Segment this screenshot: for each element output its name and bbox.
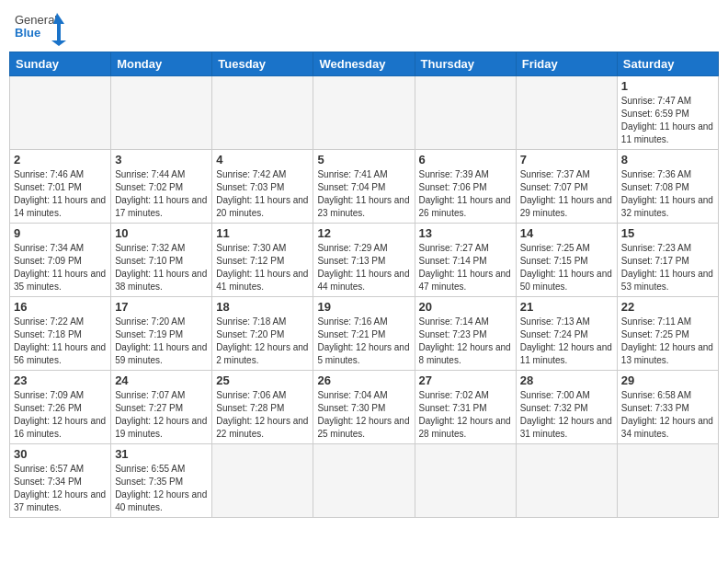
- day-info: Sunrise: 7:42 AM Sunset: 7:03 PM Dayligh…: [216, 168, 309, 220]
- day-number: 1: [621, 79, 714, 93]
- day-info: Sunrise: 7:09 AM Sunset: 7:26 PM Dayligh…: [14, 389, 107, 441]
- day-info: Sunrise: 7:14 AM Sunset: 7:23 PM Dayligh…: [419, 316, 512, 367]
- day-number: 16: [14, 300, 107, 314]
- week-row-1: 2Sunrise: 7:46 AM Sunset: 7:01 PM Daylig…: [10, 150, 719, 224]
- calendar-cell: 16Sunrise: 7:22 AM Sunset: 7:18 PM Dayli…: [10, 297, 111, 371]
- calendar-cell: 27Sunrise: 7:02 AM Sunset: 7:31 PM Dayli…: [415, 371, 516, 444]
- calendar-cell: 7Sunrise: 7:37 AM Sunset: 7:07 PM Daylig…: [516, 150, 617, 224]
- day-info: Sunrise: 7:32 AM Sunset: 7:10 PM Dayligh…: [115, 242, 208, 293]
- calendar-cell: [516, 76, 617, 150]
- weekday-header-saturday: Saturday: [617, 52, 718, 76]
- calendar-cell: 8Sunrise: 7:36 AM Sunset: 7:08 PM Daylig…: [617, 150, 718, 224]
- day-info: Sunrise: 7:04 AM Sunset: 7:30 PM Dayligh…: [317, 389, 410, 441]
- calendar-cell: 6Sunrise: 7:39 AM Sunset: 7:06 PM Daylig…: [415, 150, 516, 224]
- day-number: 29: [621, 373, 714, 387]
- logo: General Blue: [13, 9, 68, 46]
- day-info: Sunrise: 6:57 AM Sunset: 7:34 PM Dayligh…: [14, 463, 107, 514]
- day-number: 13: [419, 226, 512, 240]
- day-info: Sunrise: 7:13 AM Sunset: 7:24 PM Dayligh…: [520, 316, 613, 367]
- day-info: Sunrise: 7:00 AM Sunset: 7:32 PM Dayligh…: [520, 389, 613, 441]
- day-number: 27: [419, 373, 512, 387]
- day-number: 3: [115, 153, 208, 167]
- day-info: Sunrise: 6:58 AM Sunset: 7:33 PM Dayligh…: [621, 389, 714, 441]
- calendar-cell: 14Sunrise: 7:25 AM Sunset: 7:15 PM Dayli…: [516, 224, 617, 297]
- calendar-cell: 24Sunrise: 7:07 AM Sunset: 7:27 PM Dayli…: [111, 371, 212, 444]
- day-info: Sunrise: 7:06 AM Sunset: 7:28 PM Dayligh…: [216, 389, 309, 441]
- week-row-0: 1Sunrise: 7:47 AM Sunset: 6:59 PM Daylig…: [10, 76, 719, 150]
- day-number: 31: [115, 447, 208, 461]
- week-row-3: 16Sunrise: 7:22 AM Sunset: 7:18 PM Dayli…: [10, 297, 719, 371]
- calendar-cell: 4Sunrise: 7:42 AM Sunset: 7:03 PM Daylig…: [212, 150, 313, 224]
- day-info: Sunrise: 7:29 AM Sunset: 7:13 PM Dayligh…: [317, 242, 410, 293]
- day-number: 11: [216, 226, 309, 240]
- day-number: 17: [115, 300, 208, 314]
- day-number: 22: [621, 300, 714, 314]
- weekday-header-monday: Monday: [111, 52, 212, 76]
- day-info: Sunrise: 7:37 AM Sunset: 7:07 PM Dayligh…: [520, 168, 613, 220]
- svg-text:Blue: Blue: [15, 26, 40, 40]
- day-info: Sunrise: 7:16 AM Sunset: 7:21 PM Dayligh…: [317, 316, 410, 367]
- calendar-cell: 31Sunrise: 6:55 AM Sunset: 7:35 PM Dayli…: [111, 444, 212, 518]
- calendar-cell: [10, 76, 111, 150]
- calendar-cell: 29Sunrise: 6:58 AM Sunset: 7:33 PM Dayli…: [617, 371, 718, 444]
- day-number: 4: [216, 153, 309, 167]
- day-info: Sunrise: 7:47 AM Sunset: 6:59 PM Dayligh…: [621, 95, 714, 146]
- calendar-cell: 2Sunrise: 7:46 AM Sunset: 7:01 PM Daylig…: [10, 150, 111, 224]
- day-info: Sunrise: 7:34 AM Sunset: 7:09 PM Dayligh…: [14, 242, 107, 293]
- calendar-cell: [313, 76, 415, 150]
- calendar-cell: 11Sunrise: 7:30 AM Sunset: 7:12 PM Dayli…: [212, 224, 313, 297]
- calendar-cell: [212, 76, 313, 150]
- day-info: Sunrise: 7:11 AM Sunset: 7:25 PM Dayligh…: [621, 316, 714, 367]
- weekday-header-row: SundayMondayTuesdayWednesdayThursdayFrid…: [10, 52, 719, 76]
- calendar-cell: 28Sunrise: 7:00 AM Sunset: 7:32 PM Dayli…: [516, 371, 617, 444]
- day-info: Sunrise: 6:55 AM Sunset: 7:35 PM Dayligh…: [115, 463, 208, 514]
- calendar-cell: 19Sunrise: 7:16 AM Sunset: 7:21 PM Dayli…: [313, 297, 415, 371]
- weekday-header-wednesday: Wednesday: [313, 52, 415, 76]
- calendar-cell: 5Sunrise: 7:41 AM Sunset: 7:04 PM Daylig…: [313, 150, 415, 224]
- day-number: 8: [621, 153, 714, 167]
- day-number: 30: [14, 447, 107, 461]
- calendar-cell: [415, 76, 516, 150]
- calendar-cell: [111, 76, 212, 150]
- calendar-cell: 9Sunrise: 7:34 AM Sunset: 7:09 PM Daylig…: [10, 224, 111, 297]
- calendar-cell: 23Sunrise: 7:09 AM Sunset: 7:26 PM Dayli…: [10, 371, 111, 444]
- day-number: 7: [520, 153, 613, 167]
- day-info: Sunrise: 7:39 AM Sunset: 7:06 PM Dayligh…: [419, 168, 512, 220]
- calendar-cell: [212, 444, 313, 518]
- day-info: Sunrise: 7:41 AM Sunset: 7:04 PM Dayligh…: [317, 168, 410, 220]
- calendar-cell: 25Sunrise: 7:06 AM Sunset: 7:28 PM Dayli…: [212, 371, 313, 444]
- calendar-cell: 22Sunrise: 7:11 AM Sunset: 7:25 PM Dayli…: [617, 297, 718, 371]
- day-info: Sunrise: 7:18 AM Sunset: 7:20 PM Dayligh…: [216, 316, 309, 367]
- day-number: 20: [419, 300, 512, 314]
- day-info: Sunrise: 7:44 AM Sunset: 7:02 PM Dayligh…: [115, 168, 208, 220]
- day-info: Sunrise: 7:07 AM Sunset: 7:27 PM Dayligh…: [115, 389, 208, 441]
- calendar-table: SundayMondayTuesdayWednesdayThursdayFrid…: [9, 52, 719, 518]
- calendar-cell: [617, 444, 718, 518]
- calendar-cell: [313, 444, 415, 518]
- calendar-cell: 21Sunrise: 7:13 AM Sunset: 7:24 PM Dayli…: [516, 297, 617, 371]
- day-number: 24: [115, 373, 208, 387]
- calendar-cell: [516, 444, 617, 518]
- calendar-cell: [415, 444, 516, 518]
- svg-text:General: General: [15, 13, 57, 27]
- calendar-cell: 18Sunrise: 7:18 AM Sunset: 7:20 PM Dayli…: [212, 297, 313, 371]
- weekday-header-friday: Friday: [516, 52, 617, 76]
- calendar-cell: 30Sunrise: 6:57 AM Sunset: 7:34 PM Dayli…: [10, 444, 111, 518]
- day-info: Sunrise: 7:20 AM Sunset: 7:19 PM Dayligh…: [115, 316, 208, 367]
- day-info: Sunrise: 7:25 AM Sunset: 7:15 PM Dayligh…: [520, 242, 613, 293]
- day-info: Sunrise: 7:46 AM Sunset: 7:01 PM Dayligh…: [14, 168, 107, 220]
- day-number: 6: [419, 153, 512, 167]
- day-number: 10: [115, 226, 208, 240]
- day-info: Sunrise: 7:27 AM Sunset: 7:14 PM Dayligh…: [419, 242, 512, 293]
- weekday-header-tuesday: Tuesday: [212, 52, 313, 76]
- calendar-cell: 3Sunrise: 7:44 AM Sunset: 7:02 PM Daylig…: [111, 150, 212, 224]
- day-number: 15: [621, 226, 714, 240]
- day-number: 21: [520, 300, 613, 314]
- day-info: Sunrise: 7:22 AM Sunset: 7:18 PM Dayligh…: [14, 316, 107, 367]
- week-row-5: 30Sunrise: 6:57 AM Sunset: 7:34 PM Dayli…: [10, 444, 719, 518]
- week-row-4: 23Sunrise: 7:09 AM Sunset: 7:26 PM Dayli…: [10, 371, 719, 444]
- day-number: 19: [317, 300, 410, 314]
- week-row-2: 9Sunrise: 7:34 AM Sunset: 7:09 PM Daylig…: [10, 224, 719, 297]
- calendar-cell: 13Sunrise: 7:27 AM Sunset: 7:14 PM Dayli…: [415, 224, 516, 297]
- header: General Blue: [9, 9, 719, 46]
